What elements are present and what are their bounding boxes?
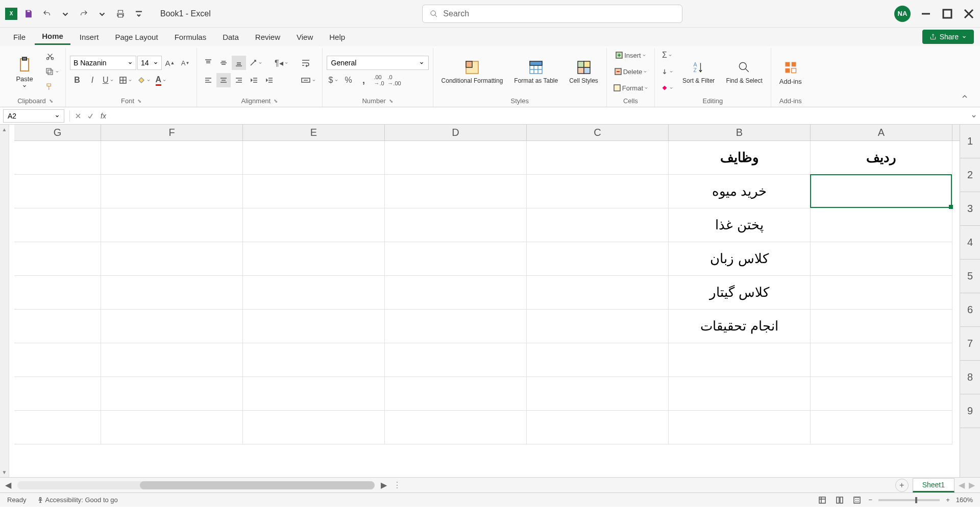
cell-A2[interactable] (811, 175, 952, 208)
cell-D1[interactable] (385, 141, 527, 175)
cut-button[interactable] (43, 49, 57, 63)
fill-button[interactable] (659, 64, 675, 79)
autosum-button[interactable]: Σ (659, 48, 675, 62)
cell-B1[interactable]: وظایف (669, 141, 811, 175)
expand-formula-bar[interactable] (968, 113, 980, 119)
borders-button[interactable] (117, 73, 134, 87)
align-middle-button[interactable] (216, 56, 231, 70)
cell-E3[interactable] (243, 208, 385, 242)
italic-button[interactable]: I (85, 73, 100, 87)
save-button[interactable] (21, 7, 36, 21)
minimize-button[interactable] (920, 8, 932, 20)
enter-formula-button[interactable] (84, 110, 96, 122)
cell-B4[interactable]: کلاس زبان (669, 242, 811, 276)
zoom-out-button[interactable]: − (869, 496, 873, 504)
cell-B5[interactable]: کلاس گیتار (669, 276, 811, 310)
cell-D7[interactable] (385, 343, 527, 377)
cell-E5[interactable] (243, 276, 385, 310)
sheet-nav-prev[interactable]: ◀ (959, 480, 965, 490)
cell-F2[interactable] (101, 175, 243, 208)
cell-D6[interactable] (385, 310, 527, 343)
sort-filter-button[interactable]: AZ Sort & Filter (678, 56, 719, 86)
cell-A5[interactable] (811, 276, 952, 310)
normal-view-button[interactable] (817, 495, 828, 506)
column-header-B[interactable]: B (669, 125, 811, 140)
insert-cells-button[interactable]: Insert (611, 48, 650, 62)
cell-F9[interactable] (101, 411, 243, 444)
column-header-A[interactable]: A (811, 125, 952, 140)
cell-B9[interactable] (669, 411, 811, 444)
formula-input[interactable] (110, 109, 968, 123)
cell-G5[interactable] (14, 276, 101, 310)
cell-B6[interactable]: انجام تحقیقات (669, 310, 811, 343)
cell-F5[interactable] (101, 276, 243, 310)
collapse-ribbon-button[interactable] (954, 88, 975, 107)
tab-view[interactable]: View (289, 30, 320, 44)
cell-C4[interactable] (527, 242, 669, 276)
percent-format-button[interactable]: % (341, 73, 356, 87)
zoom-level[interactable]: 160% (956, 496, 973, 504)
cell-F6[interactable] (101, 310, 243, 343)
cell-B2[interactable]: خرید میوه (669, 175, 811, 208)
cell-C6[interactable] (527, 310, 669, 343)
row-header-4[interactable]: 4 (960, 226, 980, 260)
column-header-D[interactable]: D (385, 125, 527, 140)
row-header-8[interactable]: 8 (960, 361, 980, 394)
tab-home[interactable]: Home (35, 29, 70, 45)
cell-E4[interactable] (243, 242, 385, 276)
tab-data[interactable]: Data (215, 30, 246, 44)
cell-C7[interactable] (527, 343, 669, 377)
cell-E8[interactable] (243, 377, 385, 411)
column-header-C[interactable]: C (527, 125, 669, 140)
cell-F8[interactable] (101, 377, 243, 411)
wrap-text-button[interactable] (299, 56, 313, 70)
increase-indent-button[interactable] (262, 73, 277, 87)
cell-A1[interactable]: ردیف (811, 141, 952, 175)
clipboard-launcher[interactable]: ⬊ (49, 98, 53, 104)
share-button[interactable]: Share (922, 30, 974, 44)
copy-button[interactable] (43, 64, 61, 79)
redo-dropdown[interactable] (95, 7, 109, 21)
cell-styles-button[interactable]: Cell Styles (565, 56, 602, 86)
cell-G1[interactable] (14, 141, 101, 175)
underline-button[interactable]: U (101, 73, 116, 87)
vertical-scroll-handles[interactable]: ▲▼ (0, 125, 9, 477)
addins-button[interactable]: Add-ins (775, 56, 806, 87)
cell-C2[interactable] (527, 175, 669, 208)
format-cells-button[interactable]: Format (611, 81, 650, 95)
number-format-select[interactable]: General (327, 56, 429, 70)
sheet-options[interactable]: ⋮ (393, 480, 401, 490)
row-header-5[interactable]: 5 (960, 260, 980, 293)
cell-C8[interactable] (527, 377, 669, 411)
cell-B7[interactable] (669, 343, 811, 377)
decrease-indent-button[interactable] (247, 73, 261, 87)
font-launcher[interactable]: ⬊ (137, 98, 141, 104)
row-header-9[interactable]: 9 (960, 394, 980, 428)
cell-F7[interactable] (101, 343, 243, 377)
delete-cells-button[interactable]: Delete (611, 64, 650, 79)
cell-A8[interactable] (811, 377, 952, 411)
cell-A6[interactable] (811, 310, 952, 343)
sheet-tab-sheet1[interactable]: Sheet1 (913, 478, 954, 492)
search-box[interactable]: Search (422, 5, 682, 23)
cell-D4[interactable] (385, 242, 527, 276)
increase-font-button[interactable]: A▲ (163, 56, 177, 70)
bold-button[interactable]: B (70, 73, 84, 87)
paste-button[interactable]: Paste (9, 54, 40, 90)
row-header-7[interactable]: 7 (960, 327, 980, 361)
cell-E1[interactable] (243, 141, 385, 175)
font-size-select[interactable]: 14 (137, 56, 162, 70)
row-header-3[interactable]: 3 (960, 192, 980, 226)
undo-button[interactable] (40, 7, 54, 21)
cell-G6[interactable] (14, 310, 101, 343)
fx-label[interactable]: fx (101, 112, 106, 120)
decrease-decimal-button[interactable]: .0→.00 (387, 73, 402, 87)
fill-color-button[interactable] (135, 73, 153, 87)
align-center-button[interactable] (216, 73, 231, 87)
align-bottom-button[interactable] (232, 56, 246, 70)
cell-G7[interactable] (14, 343, 101, 377)
cell-B3[interactable]: پختن غذا (669, 208, 811, 242)
cell-E6[interactable] (243, 310, 385, 343)
cell-D8[interactable] (385, 377, 527, 411)
print-button[interactable] (113, 7, 128, 21)
